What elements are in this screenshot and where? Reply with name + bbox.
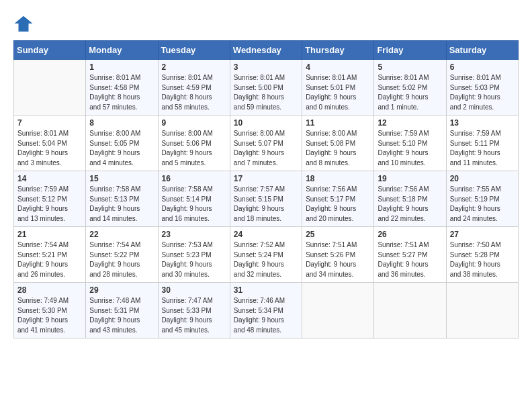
day-number: 3 xyxy=(234,62,298,72)
calendar-cell: 22Sunrise: 7:54 AMSunset: 5:22 PMDayligh… xyxy=(86,227,158,283)
calendar-cell: 2Sunrise: 8:01 AMSunset: 4:59 PMDaylight… xyxy=(158,60,230,116)
calendar-cell: 8Sunrise: 8:00 AMSunset: 5:05 PMDaylight… xyxy=(86,116,158,171)
day-info: Sunrise: 7:54 AMSunset: 5:21 PMDaylight:… xyxy=(17,240,82,279)
day-info: Sunrise: 8:01 AMSunset: 5:03 PMDaylight:… xyxy=(450,73,515,112)
day-info: Sunrise: 7:58 AMSunset: 5:13 PMDaylight:… xyxy=(89,185,154,224)
header-day-monday: Monday xyxy=(86,41,158,60)
calendar-cell: 21Sunrise: 7:54 AMSunset: 5:21 PMDayligh… xyxy=(14,227,86,283)
day-number: 9 xyxy=(162,118,226,128)
calendar-cell: 7Sunrise: 8:01 AMSunset: 5:04 PMDaylight… xyxy=(14,116,86,171)
calendar-cell: 12Sunrise: 7:59 AMSunset: 5:10 PMDayligh… xyxy=(374,116,446,171)
calendar-cell: 18Sunrise: 7:56 AMSunset: 5:17 PMDayligh… xyxy=(302,171,374,227)
day-number: 7 xyxy=(17,118,82,128)
day-number: 19 xyxy=(378,174,442,183)
day-info: Sunrise: 7:57 AMSunset: 5:15 PMDaylight:… xyxy=(234,185,298,224)
day-number: 4 xyxy=(306,62,370,72)
day-info: Sunrise: 7:54 AMSunset: 5:22 PMDaylight:… xyxy=(89,240,154,279)
day-number: 20 xyxy=(450,174,515,183)
header-day-tuesday: Tuesday xyxy=(158,41,230,60)
day-info: Sunrise: 7:56 AMSunset: 5:17 PMDaylight:… xyxy=(306,185,370,224)
day-info: Sunrise: 8:01 AMSunset: 4:58 PMDaylight:… xyxy=(89,73,154,112)
day-info: Sunrise: 7:59 AMSunset: 5:10 PMDaylight:… xyxy=(378,129,442,168)
day-number: 10 xyxy=(234,118,298,128)
day-info: Sunrise: 8:01 AMSunset: 5:02 PMDaylight:… xyxy=(378,73,442,112)
logo xyxy=(13,13,36,34)
week-row-5: 28Sunrise: 7:49 AMSunset: 5:30 PMDayligh… xyxy=(14,283,519,338)
calendar-cell: 25Sunrise: 7:51 AMSunset: 5:26 PMDayligh… xyxy=(302,227,374,283)
day-info: Sunrise: 8:01 AMSunset: 5:04 PMDaylight:… xyxy=(17,129,82,168)
day-number: 29 xyxy=(89,285,154,295)
calendar-cell: 14Sunrise: 7:59 AMSunset: 5:12 PMDayligh… xyxy=(14,171,86,227)
day-info: Sunrise: 8:01 AMSunset: 4:59 PMDaylight:… xyxy=(162,73,226,112)
day-number: 2 xyxy=(162,62,226,72)
day-info: Sunrise: 7:58 AMSunset: 5:14 PMDaylight:… xyxy=(162,185,226,224)
day-info: Sunrise: 7:59 AMSunset: 5:12 PMDaylight:… xyxy=(17,185,82,224)
calendar-table: SundayMondayTuesdayWednesdayThursdayFrid… xyxy=(13,40,519,338)
week-row-2: 7Sunrise: 8:01 AMSunset: 5:04 PMDaylight… xyxy=(14,116,519,171)
calendar-cell: 13Sunrise: 7:59 AMSunset: 5:11 PMDayligh… xyxy=(446,116,518,171)
calendar-cell xyxy=(14,60,86,116)
day-number: 11 xyxy=(306,118,370,128)
day-number: 31 xyxy=(234,285,298,295)
day-number: 13 xyxy=(450,118,515,128)
svg-marker-0 xyxy=(15,16,33,32)
day-number: 1 xyxy=(89,62,154,72)
day-number: 28 xyxy=(17,285,82,295)
week-row-1: 1Sunrise: 8:01 AMSunset: 4:58 PMDaylight… xyxy=(14,60,519,116)
calendar-cell xyxy=(302,283,374,338)
day-info: Sunrise: 7:51 AMSunset: 5:26 PMDaylight:… xyxy=(306,240,370,279)
calendar-cell: 19Sunrise: 7:56 AMSunset: 5:18 PMDayligh… xyxy=(374,171,446,227)
calendar-cell: 23Sunrise: 7:53 AMSunset: 5:23 PMDayligh… xyxy=(158,227,230,283)
day-info: Sunrise: 8:00 AMSunset: 5:06 PMDaylight:… xyxy=(162,129,226,168)
calendar-cell: 15Sunrise: 7:58 AMSunset: 5:13 PMDayligh… xyxy=(86,171,158,227)
day-number: 22 xyxy=(89,230,154,239)
calendar-cell: 30Sunrise: 7:47 AMSunset: 5:33 PMDayligh… xyxy=(158,283,230,338)
day-number: 14 xyxy=(17,174,82,183)
day-info: Sunrise: 7:59 AMSunset: 5:11 PMDaylight:… xyxy=(450,129,515,168)
day-info: Sunrise: 7:51 AMSunset: 5:27 PMDaylight:… xyxy=(378,240,442,279)
header-row: SundayMondayTuesdayWednesdayThursdayFrid… xyxy=(14,41,519,60)
calendar-cell: 27Sunrise: 7:50 AMSunset: 5:28 PMDayligh… xyxy=(446,227,518,283)
calendar-cell: 11Sunrise: 8:00 AMSunset: 5:08 PMDayligh… xyxy=(302,116,374,171)
day-info: Sunrise: 7:49 AMSunset: 5:30 PMDaylight:… xyxy=(17,296,82,335)
day-info: Sunrise: 7:48 AMSunset: 5:31 PMDaylight:… xyxy=(89,296,154,335)
calendar-cell: 16Sunrise: 7:58 AMSunset: 5:14 PMDayligh… xyxy=(158,171,230,227)
logo-icon xyxy=(13,13,34,34)
header-day-sunday: Sunday xyxy=(14,41,86,60)
day-number: 23 xyxy=(162,230,226,239)
day-number: 5 xyxy=(378,62,442,72)
calendar-cell: 31Sunrise: 7:46 AMSunset: 5:34 PMDayligh… xyxy=(230,283,302,338)
calendar-cell: 26Sunrise: 7:51 AMSunset: 5:27 PMDayligh… xyxy=(374,227,446,283)
day-number: 6 xyxy=(450,62,515,72)
week-row-3: 14Sunrise: 7:59 AMSunset: 5:12 PMDayligh… xyxy=(14,171,519,227)
day-info: Sunrise: 7:52 AMSunset: 5:24 PMDaylight:… xyxy=(234,240,298,279)
day-number: 26 xyxy=(378,230,442,239)
calendar-cell: 4Sunrise: 8:01 AMSunset: 5:01 PMDaylight… xyxy=(302,60,374,116)
day-info: Sunrise: 7:53 AMSunset: 5:23 PMDaylight:… xyxy=(162,240,226,279)
day-number: 8 xyxy=(89,118,154,128)
page-header xyxy=(13,13,519,34)
day-number: 21 xyxy=(17,230,82,239)
day-info: Sunrise: 8:00 AMSunset: 5:08 PMDaylight:… xyxy=(306,129,370,168)
day-info: Sunrise: 7:55 AMSunset: 5:19 PMDaylight:… xyxy=(450,185,515,224)
header-day-thursday: Thursday xyxy=(302,41,374,60)
calendar-cell: 28Sunrise: 7:49 AMSunset: 5:30 PMDayligh… xyxy=(14,283,86,338)
header-day-friday: Friday xyxy=(374,41,446,60)
calendar-cell xyxy=(446,283,518,338)
day-info: Sunrise: 7:47 AMSunset: 5:33 PMDaylight:… xyxy=(162,296,226,335)
calendar-cell: 10Sunrise: 8:00 AMSunset: 5:07 PMDayligh… xyxy=(230,116,302,171)
day-number: 16 xyxy=(162,174,226,183)
calendar-cell: 9Sunrise: 8:00 AMSunset: 5:06 PMDaylight… xyxy=(158,116,230,171)
calendar-cell: 17Sunrise: 7:57 AMSunset: 5:15 PMDayligh… xyxy=(230,171,302,227)
calendar-cell: 5Sunrise: 8:01 AMSunset: 5:02 PMDaylight… xyxy=(374,60,446,116)
calendar-cell: 24Sunrise: 7:52 AMSunset: 5:24 PMDayligh… xyxy=(230,227,302,283)
day-number: 18 xyxy=(306,174,370,183)
calendar-cell xyxy=(374,283,446,338)
day-number: 30 xyxy=(162,285,226,295)
day-info: Sunrise: 8:01 AMSunset: 5:00 PMDaylight:… xyxy=(234,73,298,112)
day-info: Sunrise: 8:00 AMSunset: 5:05 PMDaylight:… xyxy=(89,129,154,168)
day-number: 17 xyxy=(234,174,298,183)
calendar-cell: 20Sunrise: 7:55 AMSunset: 5:19 PMDayligh… xyxy=(446,171,518,227)
header-day-wednesday: Wednesday xyxy=(230,41,302,60)
calendar-cell: 29Sunrise: 7:48 AMSunset: 5:31 PMDayligh… xyxy=(86,283,158,338)
